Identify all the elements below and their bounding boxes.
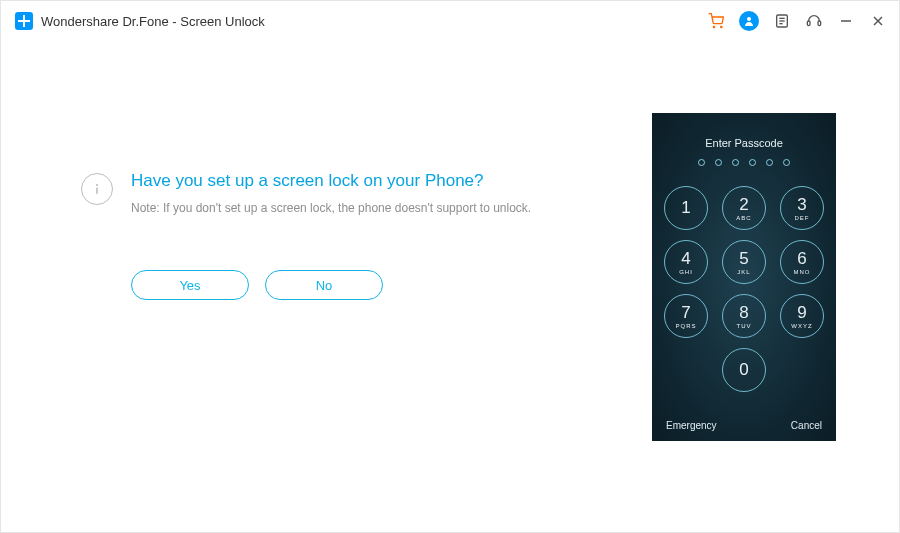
svg-rect-7 xyxy=(807,21,810,26)
close-button[interactable] xyxy=(869,12,887,30)
minimize-button[interactable] xyxy=(837,12,855,30)
headline: Have you set up a screen lock on your Ph… xyxy=(131,171,531,191)
keypad-key-2: 2ABC xyxy=(722,186,766,230)
left-pane: Have you set up a screen lock on your Ph… xyxy=(1,41,589,532)
passcode-dot xyxy=(715,159,722,166)
emergency-label: Emergency xyxy=(666,420,717,431)
support-icon[interactable] xyxy=(805,12,823,30)
app-logo-icon xyxy=(15,12,33,30)
passcode-dot xyxy=(766,159,773,166)
cart-icon[interactable] xyxy=(707,12,725,30)
right-pane: Enter Passcode 1 2ABC 3DEF 4GHI 5JKL 6MN… xyxy=(589,41,899,532)
info-row: Have you set up a screen lock on your Ph… xyxy=(81,171,559,215)
keypad-key-6: 6MNO xyxy=(780,240,824,284)
svg-rect-8 xyxy=(818,21,821,26)
content: Have you set up a screen lock on your Ph… xyxy=(1,41,899,532)
yes-button[interactable]: Yes xyxy=(131,270,249,300)
svg-point-1 xyxy=(721,26,722,27)
enter-passcode-label: Enter Passcode xyxy=(652,113,836,149)
no-button[interactable]: No xyxy=(265,270,383,300)
passcode-dot xyxy=(749,159,756,166)
svg-point-0 xyxy=(713,26,714,27)
keypad-key-4: 4GHI xyxy=(664,240,708,284)
feedback-icon[interactable] xyxy=(773,12,791,30)
keypad-key-9: 9WXYZ xyxy=(780,294,824,338)
note-text: Note: If you don't set up a screen lock,… xyxy=(131,201,531,215)
keypad-key-0: 0 xyxy=(722,348,766,392)
keypad-key-5: 5JKL xyxy=(722,240,766,284)
app-title: Wondershare Dr.Fone - Screen Unlock xyxy=(41,14,265,29)
keypad: 1 2ABC 3DEF 4GHI 5JKL 6MNO 7PQRS 8TUV 9W… xyxy=(652,166,836,392)
svg-point-12 xyxy=(96,184,98,186)
passcode-dot xyxy=(698,159,705,166)
passcode-dot xyxy=(732,159,739,166)
passcode-dot xyxy=(783,159,790,166)
keypad-key-7: 7PQRS xyxy=(664,294,708,338)
phone-preview: Enter Passcode 1 2ABC 3DEF 4GHI 5JKL 6MN… xyxy=(652,113,836,441)
svg-rect-13 xyxy=(96,187,98,194)
titlebar: Wondershare Dr.Fone - Screen Unlock xyxy=(1,1,899,41)
info-text: Have you set up a screen lock on your Ph… xyxy=(131,171,531,215)
button-row: Yes No xyxy=(131,270,559,300)
keypad-key-8: 8TUV xyxy=(722,294,766,338)
passcode-dots xyxy=(652,149,836,166)
keypad-key-1: 1 xyxy=(664,186,708,230)
phone-bottom-row: Emergency Cancel xyxy=(652,420,836,431)
titlebar-right xyxy=(707,11,887,31)
user-icon[interactable] xyxy=(739,11,759,31)
info-icon xyxy=(81,173,113,205)
cancel-label: Cancel xyxy=(791,420,822,431)
svg-point-2 xyxy=(747,17,751,21)
keypad-key-3: 3DEF xyxy=(780,186,824,230)
